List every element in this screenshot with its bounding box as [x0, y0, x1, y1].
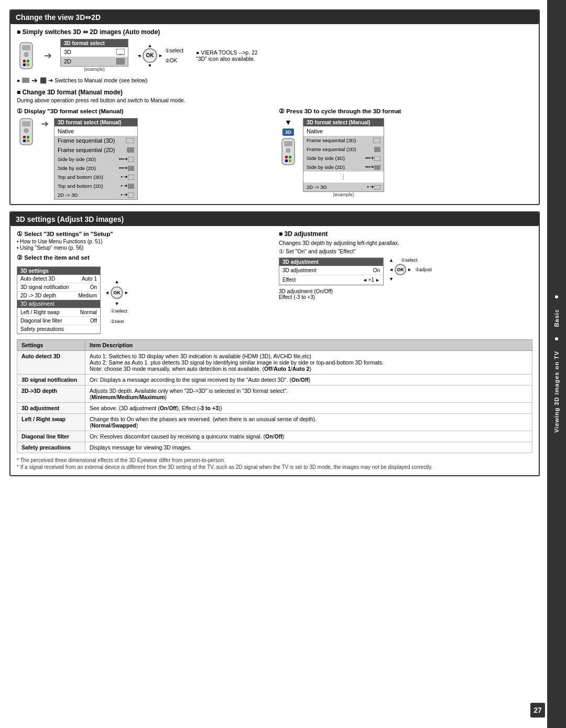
- svg-rect-16: [27, 140, 29, 142]
- svg-rect-35: [374, 185, 380, 190]
- svg-rect-13: [23, 136, 26, 138]
- adjustment-desc: Changes 3D depth by adjusting left-right…: [279, 240, 532, 246]
- settings-row-3dadj: 3D adjustment: [17, 300, 100, 308]
- settings-step1-bullet1: • How to Use Menu Functions (p. 51): [17, 239, 270, 244]
- manual-switch-text: ⬛ ➔ Switches to Manual mode (see below): [40, 77, 147, 84]
- settings-row-auto: Auto detect 3D Auto 1: [17, 275, 100, 283]
- ok-area: ▲ ◄ OK ► ▼ ①select ②OK: [137, 43, 183, 68]
- svg-rect-34: [374, 165, 380, 170]
- example-label-manual: (example): [303, 192, 384, 197]
- settings-ok-area: ▲ ◄ OK ► ▼ ①select ②next: [105, 279, 129, 324]
- format-item-2d: 2D: [61, 57, 128, 66]
- format-select-manual-box2: 3D format select (Manual) Native Frame s…: [303, 118, 384, 197]
- manual-item-native: Native: [55, 126, 137, 136]
- setting-3dadj: 3D adjustment: [17, 403, 85, 414]
- format-item-3d: 3D: [61, 47, 128, 57]
- svg-rect-32: [374, 147, 380, 152]
- change-view-header: Change the view 3D⇔2D: [10, 10, 539, 24]
- remote-icon-left: [17, 118, 36, 145]
- settings-next-label: ②next: [111, 319, 127, 324]
- svg-rect-33: [374, 156, 380, 161]
- effect-value: ◄ +1 ►: [363, 277, 380, 283]
- arrow-icon-left: ➔: [41, 118, 49, 130]
- settings-row-depth: 2D -> 3D depth Medium: [17, 292, 100, 300]
- adjustment-box-title: 3D adjustment: [279, 258, 383, 266]
- svg-rect-15: [23, 140, 26, 142]
- svg-rect-11: [22, 121, 30, 126]
- svg-point-12: [24, 129, 28, 133]
- settings-row-swap: Left / Right swap Normal: [17, 308, 100, 317]
- svg-rect-27: [285, 156, 288, 158]
- svg-rect-14: [27, 136, 29, 138]
- adj-note2: Effect (-3 to +3): [279, 294, 532, 300]
- svg-rect-23: [128, 192, 134, 198]
- settings-section: 3D settings (Adjust 3D images) ① Select …: [9, 211, 540, 476]
- manual-mode-desc: During above operation press red button …: [17, 97, 532, 103]
- table-row-diag: Diagonal line filter On: Resolves discom…: [17, 431, 532, 442]
- settings-ok-circle: OK: [111, 286, 123, 299]
- manual-row-left: ➔ 3D format select (Manual) Native Frame…: [17, 118, 270, 200]
- adj-row-effect: Effect ◄ +1 ►: [279, 275, 383, 285]
- svg-rect-5: [23, 63, 26, 66]
- ok-circle: OK: [143, 48, 157, 63]
- setting-depth: 2D->3D depth: [17, 386, 85, 403]
- viera-note-text2: "3D" icon also available.: [196, 56, 258, 62]
- svg-rect-1: [22, 45, 30, 50]
- table-row-notif: 3D signal notification On: Displays a me…: [17, 374, 532, 386]
- adj-select-label: ①select: [401, 258, 418, 263]
- settings-row-notif: 3D signal notification On: [17, 283, 100, 292]
- desc-notif: On: Displays a message according to the …: [85, 374, 532, 386]
- viera-note-text: ● VIERA TOOLS -->p. 22: [196, 49, 258, 56]
- manual-item2-fs3d: Frame sequential (3D): [303, 136, 384, 145]
- manual-item2-fs2d: Frame sequential (2D): [303, 145, 384, 154]
- svg-rect-25: [284, 141, 292, 146]
- svg-rect-22: [128, 184, 134, 189]
- svg-rect-17: [126, 138, 134, 143]
- settings-step1-title: ① Select "3D settings" in "Setup": [17, 230, 270, 238]
- col-step2: ② Press 3D to cycle through the 3D forma…: [279, 108, 532, 200]
- format-select-manual-title: 3D format select (Manual): [55, 119, 137, 126]
- select-instruction: ▲ ◄ OK ► ▼ ①select ②OK: [137, 43, 183, 68]
- manual-item-tab2d: Top and bottom (2D) ▪ ➔: [55, 181, 137, 190]
- manual-item2-sbs3d: Side by side (3D) ▪▪▪➔: [303, 154, 384, 163]
- manual-item2-2d3d: 2D -> 3D ▪ ➔: [303, 183, 384, 191]
- viewing-label: Viewing 3D images on TV: [553, 351, 560, 433]
- setting-swap: Left / Right swap: [17, 414, 85, 431]
- manual-row-right: ▼ 3D: [279, 118, 532, 197]
- remote-icon: [17, 42, 36, 69]
- format-select-title: 3D format select: [61, 39, 128, 47]
- viera-note: ● VIERA TOOLS -->p. 22 "3D" icon also av…: [196, 49, 258, 62]
- setting-diag: Diagonal line filter: [17, 431, 85, 442]
- auto-mode-row: ➔ 3D format select 3D 2D: [17, 39, 532, 72]
- manual-item-fs3d: Frame sequential (3D): [55, 136, 137, 145]
- col-settings-right: ■ 3D adjustment Changes 3D depth by adju…: [279, 230, 532, 334]
- desc-safety: Displays message for viewing 3D images.: [85, 442, 532, 453]
- settings-title: 3D settings (Adjust 3D images): [16, 215, 124, 223]
- basic-label: Basic: [553, 309, 560, 327]
- manual-item-sbs2d: Side by side (2D) ▪▪▪➔: [55, 164, 137, 173]
- svg-rect-31: [373, 138, 380, 143]
- svg-rect-21: [128, 175, 134, 180]
- fs3d-icon: [126, 138, 134, 143]
- svg-rect-20: [128, 166, 134, 171]
- adj-ok-area: ▲ ①select ◄ OK ► ②adjust ▼: [389, 258, 432, 282]
- adjustment-step: ① Set "On" and adjusts "Effect": [279, 248, 532, 254]
- svg-point-2: [24, 52, 28, 57]
- col-settings-left: ① Select "3D settings" in "Setup" • How …: [17, 230, 270, 334]
- svg-rect-7: [116, 49, 125, 55]
- svg-point-26: [286, 148, 290, 153]
- manual-item2-native: Native: [303, 126, 384, 136]
- settings-row-safety: Safety precautions: [17, 325, 100, 334]
- select-label: ①select: [165, 48, 183, 53]
- svg-rect-29: [285, 159, 288, 162]
- ok-label: ②OK: [165, 58, 183, 63]
- settings-select-label: ①select: [111, 308, 127, 314]
- footnotes: The perceived three dimensional effects …: [17, 457, 532, 470]
- svg-rect-6: [27, 63, 29, 66]
- manual-item-sbs3d: Side by side (3D) ▪▪▪➔: [55, 155, 137, 164]
- manual-switch-note: ● ➔ ⬛ ➔ Switches to Manual mode (see bel…: [17, 76, 532, 84]
- adjustment-area: 3D adjustment 3D adjustment On Effect ◄: [279, 258, 532, 285]
- info-table: Settings Item Description Auto detect 3D…: [17, 339, 532, 453]
- settings-step1-bullet2: • Using "Setup" menu (p. 56): [17, 245, 270, 251]
- adjustment-title: ■ 3D adjustment: [279, 230, 532, 238]
